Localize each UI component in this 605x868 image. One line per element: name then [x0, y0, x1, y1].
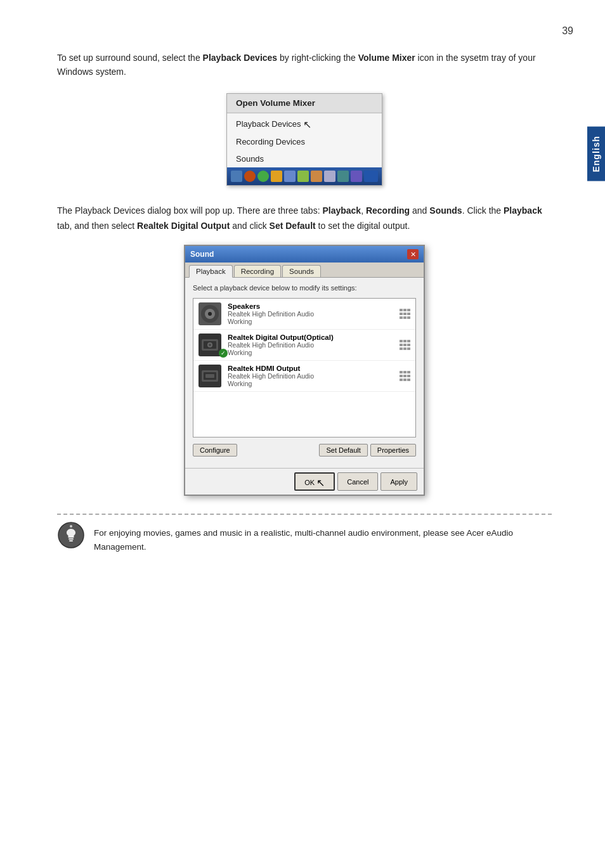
second-paragraph: The Playback Devices dialog box will pop… — [57, 204, 552, 234]
taskbar-icon-7 — [311, 171, 322, 182]
context-menu-header: Open Volume Mixer — [227, 94, 382, 113]
device-speakers-sub: Realtek High Definition Audio — [228, 310, 393, 318]
second-bold-1: Playback — [322, 205, 361, 216]
device-digital-name: Realtek Digital Output(Optical) — [228, 334, 393, 341]
dialog-right-btns: Set Default Properties — [319, 444, 416, 457]
taskbar-icon-3 — [257, 171, 269, 182]
tab-recording[interactable]: Recording — [234, 265, 281, 277]
dialog-bottom-row: Configure Set Default Properties — [193, 444, 416, 457]
svg-point-2 — [208, 312, 212, 316]
context-menu-item-recording[interactable]: Recording Devices — [227, 133, 382, 150]
taskbar-strip — [227, 167, 382, 185]
device-list: Speakers Realtek High Definition Audio W… — [193, 298, 416, 437]
taskbar-icon-8 — [324, 171, 335, 182]
device-digital-info: Realtek Digital Output(Optical) Realtek … — [228, 334, 393, 356]
set-default-button[interactable]: Set Default — [319, 444, 367, 457]
device-speakers-status: Working — [228, 318, 393, 325]
dialog-body: Select a playback device below to modify… — [185, 278, 424, 468]
context-menu: Open Volume Mixer Playback Devices ↖ Rec… — [226, 93, 382, 186]
dialog-footer: OK ↖ Cancel Apply — [185, 468, 424, 495]
intro-paragraph: To set up surround sound, select the Pla… — [57, 51, 552, 79]
tab-playback[interactable]: Playback — [189, 265, 233, 278]
device-digital-bars — [400, 334, 410, 356]
ok-button[interactable]: OK ↖ — [294, 472, 335, 491]
device-speakers-name: Speakers — [228, 302, 393, 310]
device-speakers-info: Speakers Realtek High Definition Audio W… — [228, 302, 393, 325]
taskbar-icon-4 — [271, 171, 282, 182]
second-bold-2: Recording — [366, 205, 410, 216]
second-text-3: and — [410, 205, 429, 216]
second-bold-6: Set Default — [270, 221, 316, 231]
device-speakers-bars — [400, 302, 410, 325]
taskbar-icon-6 — [297, 171, 309, 182]
device-item-hdmi[interactable]: Realtek HDMI Output Realtek High Definit… — [193, 361, 415, 392]
device-hdmi-bars — [400, 365, 410, 387]
note-section: For enjoying movies, games and music in … — [57, 514, 552, 554]
english-tab: English — [587, 127, 605, 181]
device-hdmi-name: Realtek HDMI Output — [228, 365, 393, 372]
taskbar-icon-2 — [244, 171, 256, 182]
dialog-titlebar: Sound ✕ — [185, 246, 424, 262]
cancel-button[interactable]: Cancel — [337, 472, 378, 491]
configure-button[interactable]: Configure — [193, 444, 237, 457]
dialog-instruction: Select a playback device below to modify… — [193, 284, 416, 292]
second-text-4: . Click the — [462, 205, 504, 216]
taskbar-icon-9 — [337, 171, 349, 182]
intro-bold-2: Volume Mixer — [358, 53, 415, 63]
dialog-tabs: Playback Recording Sounds — [185, 262, 424, 278]
speaker-icon — [198, 302, 221, 325]
device-item-speakers[interactable]: Speakers Realtek High Definition Audio W… — [193, 299, 415, 330]
second-text-5: tab, and then select — [57, 221, 137, 231]
taskbar-icon-10 — [351, 171, 362, 182]
default-checkmark: ✓ — [219, 349, 228, 358]
taskbar-icon-1 — [231, 171, 242, 182]
page-number: 39 — [562, 25, 573, 37]
note-icon — [57, 521, 85, 549]
second-text-6: and click — [230, 221, 269, 231]
sound-dialog[interactable]: Sound ✕ Playback Recording Sounds Select… — [184, 245, 425, 496]
properties-button[interactable]: Properties — [370, 444, 416, 457]
sound-dialog-container: Sound ✕ Playback Recording Sounds Select… — [57, 245, 552, 496]
device-hdmi-status: Working — [228, 380, 393, 387]
context-menu-item-sounds[interactable]: Sounds — [227, 150, 382, 167]
note-text: For enjoying movies, games and music in … — [94, 525, 552, 554]
second-bold-3: Sounds — [429, 205, 462, 216]
dialog-title: Sound — [190, 250, 214, 259]
hdmi-icon — [198, 365, 221, 387]
taskbar-icon-5 — [284, 171, 296, 182]
second-bold-5: Realtek Digital Output — [137, 221, 230, 231]
cursor-arrow-icon: ↖ — [303, 119, 311, 131]
context-menu-item-playback[interactable]: Playback Devices ↖ — [227, 113, 382, 133]
dialog-close-button[interactable]: ✕ — [407, 249, 419, 259]
intro-text-1: To set up surround sound, select the — [57, 53, 203, 63]
svg-rect-9 — [205, 374, 214, 378]
second-text-7: to set the digital output. — [316, 221, 410, 231]
device-hdmi-sub: Realtek High Definition Audio — [228, 372, 393, 380]
ok-cursor-icon: ↖ — [316, 477, 325, 489]
svg-rect-12 — [69, 540, 73, 541]
context-menu-screenshot: Open Volume Mixer Playback Devices ↖ Rec… — [57, 93, 552, 186]
second-text-2: , — [361, 205, 366, 216]
intro-bold-1: Playback Devices — [203, 53, 278, 63]
device-digital-sub: Realtek High Definition Audio — [228, 341, 393, 349]
svg-point-6 — [209, 344, 211, 346]
digital-output-icon — [198, 334, 221, 356]
device-item-digital-output[interactable]: ✓ Realtek Digital Output(Optical) Realte… — [193, 330, 415, 361]
svg-rect-11 — [68, 538, 74, 540]
tab-sounds[interactable]: Sounds — [282, 265, 321, 277]
second-text-1: The Playback Devices dialog box will pop… — [57, 205, 322, 216]
intro-text-2: by right-clicking the — [277, 53, 358, 63]
svg-point-13 — [70, 525, 72, 528]
device-hdmi-info: Realtek HDMI Output Realtek High Definit… — [228, 365, 393, 387]
second-bold-4: Playback — [504, 205, 542, 216]
device-digital-status: Working — [228, 349, 393, 356]
apply-button[interactable]: Apply — [381, 472, 417, 491]
taskbar-icon-11 — [364, 171, 378, 182]
